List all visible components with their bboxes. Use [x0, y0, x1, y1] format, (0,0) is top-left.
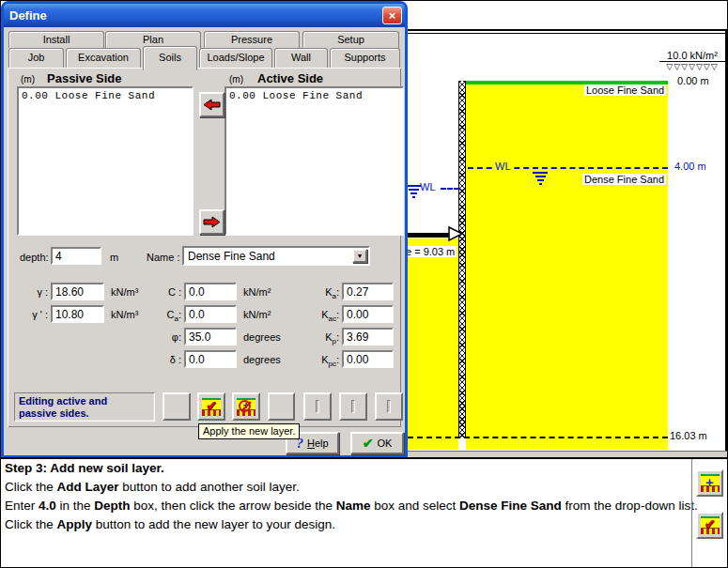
depth-label: depth: — [20, 252, 49, 263]
wl-active-label: WL — [492, 161, 514, 172]
level-top-label: 0.00 m — [677, 75, 709, 86]
instruction-line-1: Click the Add Layer button to add anothe… — [5, 480, 300, 494]
name-label: Name : — [147, 252, 179, 263]
dialog-title: Define — [9, 8, 47, 23]
ca-input[interactable] — [184, 305, 237, 323]
gamma-label: γ : — [8, 286, 48, 298]
toolbar-blank-button-2[interactable] — [268, 392, 295, 421]
tab-wall[interactable]: Wall — [274, 48, 328, 68]
dialog-titlebar[interactable]: Define — [4, 4, 405, 27]
passive-side-listbox[interactable]: 0.00 Loose Fine Sand — [17, 86, 194, 236]
tab-job[interactable]: Job — [8, 48, 64, 68]
canvas-top-border-2 — [406, 33, 727, 34]
bar-icon — [387, 400, 391, 413]
copy-to-active-button[interactable] — [199, 209, 225, 235]
ka-input[interactable] — [342, 283, 394, 300]
phi-input[interactable] — [184, 328, 237, 345]
copy-to-passive-button[interactable] — [199, 92, 225, 117]
strut-line — [408, 233, 450, 238]
add-layer-button[interactable]: + — [696, 469, 723, 497]
layer2-label: Dense Fine Sand — [582, 174, 666, 185]
tab-excavation[interactable]: Excavation — [66, 48, 141, 68]
excavation-level-label: e = 9.03 m — [404, 246, 457, 257]
passive-side-title: Passive Side — [47, 71, 122, 85]
ka-label: Ka: — [304, 286, 339, 300]
layer1-label: Loose Fine Sand — [584, 84, 666, 96]
instruction-panel: Step 3: Add new soil layer. Click the Ad… — [2, 459, 728, 568]
depth-unit-label: m — [110, 252, 118, 263]
delta-input[interactable] — [184, 350, 237, 368]
retaining-wall — [458, 81, 466, 438]
active-layer-item[interactable]: 0.00 Loose Fine Sand — [229, 90, 399, 101]
canvas-top-border — [406, 29, 727, 31]
toolbar-disabled-button-3[interactable] — [375, 392, 403, 421]
gamma-prime-unit: kN/m³ — [111, 309, 138, 320]
kpc-label: Kpc: — [304, 354, 339, 368]
app-window: 10.0 kN/m² ▽▽▽▽▽▽▽ 0.00 m Loose Fine San… — [0, 0, 728, 568]
name-combobox[interactable]: Dense Fine Sand ▼ — [182, 246, 370, 266]
tab-soils[interactable]: Soils — [143, 46, 197, 70]
red-arrow-left-icon — [203, 99, 221, 111]
kp-label: Kp: — [304, 331, 339, 345]
kp-input[interactable] — [342, 328, 394, 345]
water-symbol-active-icon — [532, 172, 549, 187]
passive-layer-item[interactable]: 0.00 Loose Fine Sand — [22, 90, 189, 101]
c-label: C : — [148, 286, 181, 300]
tab-install[interactable]: Install — [8, 31, 104, 48]
apply-check-icon: ✔ — [202, 398, 221, 416]
strut-arrowhead-icon — [447, 225, 464, 242]
kpc-input[interactable] — [342, 350, 394, 368]
gamma-prime-label: γ ' : — [8, 309, 48, 320]
tab-supports[interactable]: Supports — [330, 48, 400, 68]
c-unit: kN/m² — [243, 286, 271, 298]
toolbar-disabled-button-1[interactable] — [303, 392, 332, 421]
gamma-input[interactable] — [51, 283, 104, 300]
instruction-heading: Step 3: Add new soil layer. — [5, 461, 164, 475]
kac-input[interactable] — [342, 305, 394, 323]
bar-icon — [316, 400, 319, 413]
active-side-title: Active Side — [257, 71, 323, 85]
soil-block-active — [466, 84, 668, 450]
define-dialog: Define × Install Plan Pressure Setup Job… — [1, 1, 408, 458]
soil-block-passive — [408, 238, 458, 450]
apply-layer-button[interactable]: ✔ — [197, 392, 225, 421]
instruction-line-2: Enter 4.0 in the Depth box, then click t… — [5, 499, 698, 513]
surcharge-arrows-icon: ▽▽▽▽▽▽▽ — [659, 62, 725, 71]
no-entry-icon: + — [237, 398, 256, 416]
phi-unit: degrees — [243, 331, 281, 343]
tab-setup[interactable]: Setup — [302, 31, 399, 48]
gamma-unit: kN/m³ — [111, 286, 138, 298]
close-icon: × — [389, 8, 396, 23]
ca-label: Ca: — [148, 309, 181, 323]
phi-label: φ: — [148, 331, 181, 345]
depth-input[interactable] — [51, 247, 101, 265]
tab-pressure[interactable]: Pressure — [204, 31, 300, 48]
ok-button[interactable]: ✔ OK — [350, 432, 404, 454]
button-column-divider — [691, 459, 692, 568]
red-arrow-right-icon — [203, 216, 221, 228]
active-side-listbox[interactable]: 0.00 Loose Fine Sand — [225, 86, 404, 236]
name-dropdown-button[interactable]: ▼ — [352, 249, 367, 263]
tab-loads-slope[interactable]: Loads/Slope — [199, 48, 272, 68]
level-wl-label: 4.00 m — [674, 161, 706, 172]
water-level-line-passive — [441, 188, 459, 190]
surcharge-label: 10.0 kN/m² — [659, 50, 725, 62]
toolbar-blank-button-1[interactable] — [163, 392, 191, 421]
gamma-prime-input[interactable] — [51, 305, 104, 323]
c-input[interactable] — [184, 283, 237, 300]
cancel-edit-button[interactable]: + — [232, 392, 260, 421]
ok-button-label: OK — [377, 438, 392, 449]
active-unit-label: (m) — [229, 74, 243, 84]
level-bottom-label: 16.03 m — [670, 430, 707, 441]
delta-unit: degrees — [243, 354, 281, 365]
help-button-label: Help — [307, 438, 329, 449]
soils-panel: (m) Passive Side 0.00 Loose Fine Sand (m… — [8, 68, 401, 427]
wall-toe-line — [408, 437, 668, 438]
kac-label: Kac: — [304, 309, 339, 323]
close-button[interactable]: × — [382, 7, 402, 24]
toolbar-disabled-button-2[interactable] — [339, 392, 367, 421]
ca-unit: kN/m² — [243, 309, 271, 320]
delta-label: δ : — [148, 354, 181, 368]
panel-divider — [1, 457, 728, 459]
apply-button[interactable]: ✔ — [696, 512, 723, 539]
